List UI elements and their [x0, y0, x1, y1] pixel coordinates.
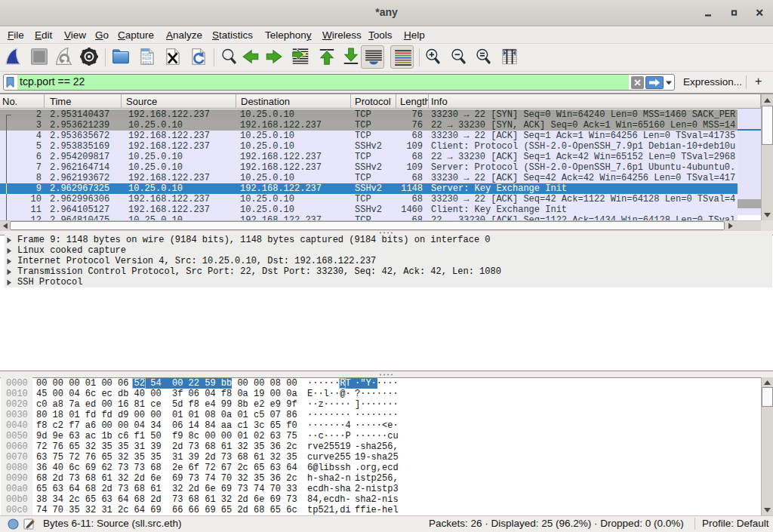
- svg-text:0313: 0313: [143, 60, 152, 65]
